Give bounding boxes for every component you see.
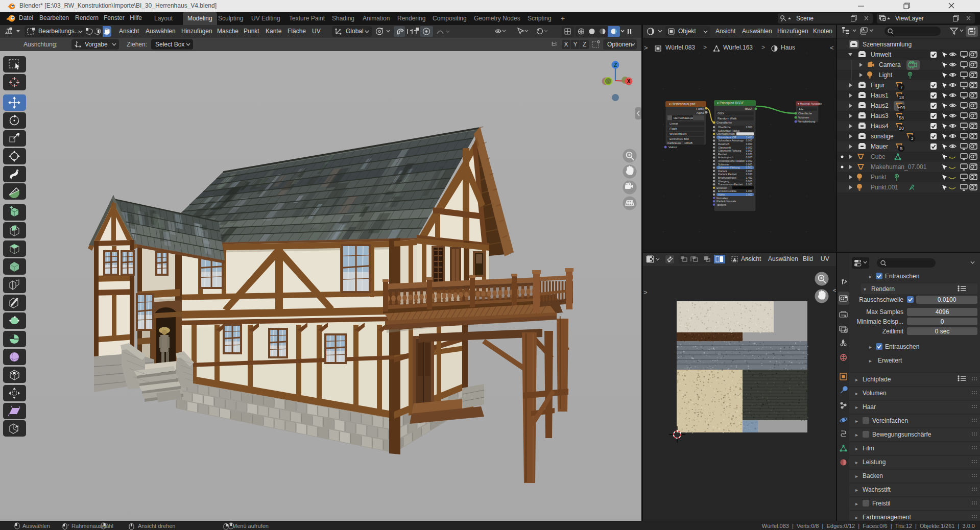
svg-text:Minimale Beisp...: Minimale Beisp... — [857, 318, 903, 325]
svg-text:0.000: 0.000 — [746, 139, 752, 142]
svg-text:Subsurface Anisotropy: Subsurface Anisotropy — [718, 139, 744, 142]
svg-text:0 sec: 0 sec — [935, 328, 950, 335]
svg-text:Schimmer: Schimmer — [718, 163, 730, 166]
svg-text:4096: 4096 — [936, 308, 949, 316]
svg-text:0.500: 0.500 — [746, 166, 752, 169]
svg-text:Rendern: Rendern — [871, 285, 895, 293]
svg-text:Figur: Figur — [871, 82, 885, 89]
svg-text:▾: ▾ — [864, 286, 866, 292]
svg-text:Light: Light — [879, 71, 893, 79]
svg-text:>: > — [643, 288, 648, 296]
svg-text:▸: ▸ — [855, 501, 858, 507]
svg-text:+99: +99 — [897, 105, 905, 110]
svg-text:▸: ▸ — [855, 460, 858, 465]
svg-text:0.000: 0.000 — [746, 163, 752, 166]
svg-text:0.000: 0.000 — [746, 149, 752, 152]
svg-text:X: X — [627, 79, 631, 84]
svg-text:Normalen: Normalen — [716, 197, 728, 200]
svg-text:Volumen: Volumen — [798, 116, 809, 119]
svg-text:Lichtpfade: Lichtpfade — [863, 376, 891, 383]
svg-text:Farbraum: Farbraum — [667, 141, 681, 144]
svg-text:Emission: Emission — [716, 186, 727, 189]
svg-text:Backen: Backen — [863, 472, 883, 479]
svg-text:Cube: Cube — [871, 153, 886, 160]
svg-text:Schimmer Färbung: Schimmer Färbung — [718, 166, 740, 169]
svg-text:Zeitlimit: Zeitlimit — [882, 328, 904, 335]
svg-text:Oberfläche: Oberfläche — [798, 112, 812, 115]
svg-text:Film: Film — [863, 445, 874, 452]
svg-text:Subsurface Radius: Subsurface Radius — [718, 129, 740, 132]
svg-text:Szenensammlung: Szenensammlung — [863, 41, 912, 48]
svg-text:5: 5 — [900, 146, 902, 151]
svg-text:sRGB: sRGB — [684, 141, 692, 144]
svg-text:0.000: 0.000 — [746, 146, 752, 149]
svg-text:GGX: GGX — [718, 112, 724, 115]
svg-text:▸: ▸ — [855, 418, 858, 424]
svg-text:0.000: 0.000 — [746, 183, 752, 186]
svg-text:Haus4: Haus4 — [871, 123, 889, 130]
svg-text:Haus1: Haus1 — [871, 92, 889, 99]
svg-text:▾ Herrenhaus.psd: ▾ Herrenhaus.psd — [669, 102, 696, 106]
svg-text:Rauschschwelle: Rauschschwelle — [859, 296, 903, 303]
svg-text:Entrauschen: Entrauschen — [885, 273, 919, 280]
svg-text:Max Samples: Max Samples — [866, 308, 903, 316]
svg-text:Haar: Haar — [863, 403, 876, 411]
svg-text:Makehuman_07.001: Makehuman_07.001 — [871, 163, 927, 171]
svg-text:▸: ▸ — [855, 377, 858, 382]
svg-text:Oberfläche: Oberfläche — [718, 126, 731, 129]
svg-text:▸: ▸ — [855, 487, 858, 493]
svg-text:Transmission-Rauheit: Transmission-Rauheit — [718, 183, 743, 186]
svg-text:▸: ▸ — [855, 391, 858, 396]
svg-text:Mauer: Mauer — [871, 143, 888, 150]
svg-text:Klarlack: Klarlack — [718, 170, 727, 173]
svg-text:0.000: 0.000 — [746, 142, 752, 146]
svg-text:Rauheit: Rauheit — [718, 153, 727, 156]
svg-text:Farbe: Farbe — [696, 107, 704, 110]
svg-text:0.038: 0.038 — [746, 153, 752, 156]
svg-text:▸: ▸ — [869, 358, 872, 364]
svg-text:sonstige: sonstige — [871, 133, 894, 140]
svg-text:Umwelt: Umwelt — [871, 51, 892, 58]
svg-text:▸: ▸ — [855, 515, 858, 520]
svg-text:1.400: 1.400 — [746, 136, 752, 139]
svg-text:Tangens: Tangens — [716, 203, 726, 206]
svg-text:Erweitert: Erweitert — [878, 357, 902, 364]
svg-text:Z: Z — [614, 62, 617, 68]
svg-text:Camera: Camera — [879, 61, 901, 68]
svg-text:Oberflächenfarb: Oberflächenfarb — [716, 132, 735, 135]
svg-text:Haus3: Haus3 — [871, 112, 889, 119]
svg-text:Verschiebung: Verschiebung — [798, 120, 815, 123]
svg-text:Farbmanagement: Farbmanagement — [863, 514, 911, 521]
svg-text:0: 0 — [941, 318, 944, 325]
svg-text:▸: ▸ — [855, 446, 858, 451]
svg-text:0.000: 0.000 — [746, 180, 752, 183]
svg-text:Linear: Linear — [670, 122, 678, 125]
svg-text:▸: ▸ — [855, 473, 858, 479]
svg-text:Leistung: Leistung — [863, 459, 886, 466]
svg-text:Alpha: Alpha — [697, 111, 705, 114]
svg-text:Alpha: Alpha — [718, 193, 725, 196]
svg-text:Bewegungsunschärfe: Bewegungsunschärfe — [872, 431, 931, 438]
svg-text:Klarlack-Normale: Klarlack-Normale — [716, 200, 736, 203]
svg-text:Vektor: Vektor — [668, 146, 677, 149]
svg-text:Punkt: Punkt — [871, 174, 887, 181]
svg-text:3: 3 — [911, 136, 913, 141]
svg-text:0.0100: 0.0100 — [938, 296, 957, 303]
svg-text:BSDF: BSDF — [745, 107, 753, 110]
svg-text:Entrauschen: Entrauschen — [885, 343, 919, 350]
svg-text:Vereinfachen: Vereinfachen — [872, 417, 908, 424]
svg-text:0.000: 0.000 — [746, 156, 752, 159]
svg-text:Klarlack Rauheit: Klarlack Rauheit — [718, 173, 737, 176]
svg-text:Wiederholen: Wiederholen — [670, 132, 687, 135]
svg-text:Glanzpunkt: Glanzpunkt — [718, 146, 731, 149]
svg-text:Anisotropisch: Anisotropisch — [718, 156, 733, 159]
svg-text:1.000: 1.000 — [746, 189, 752, 192]
svg-text:18: 18 — [899, 95, 904, 100]
svg-text:Wachsstift: Wachsstift — [863, 486, 891, 493]
svg-text:0.000: 0.000 — [746, 126, 752, 129]
svg-text:58: 58 — [899, 115, 904, 121]
svg-text:Glanzpunkt Färbung: Glanzpunkt Färbung — [718, 149, 742, 152]
svg-text:▸: ▸ — [855, 432, 858, 438]
svg-text:0.030: 0.030 — [746, 173, 752, 176]
svg-text:Einzelnes Bild: Einzelnes Bild — [670, 137, 689, 140]
